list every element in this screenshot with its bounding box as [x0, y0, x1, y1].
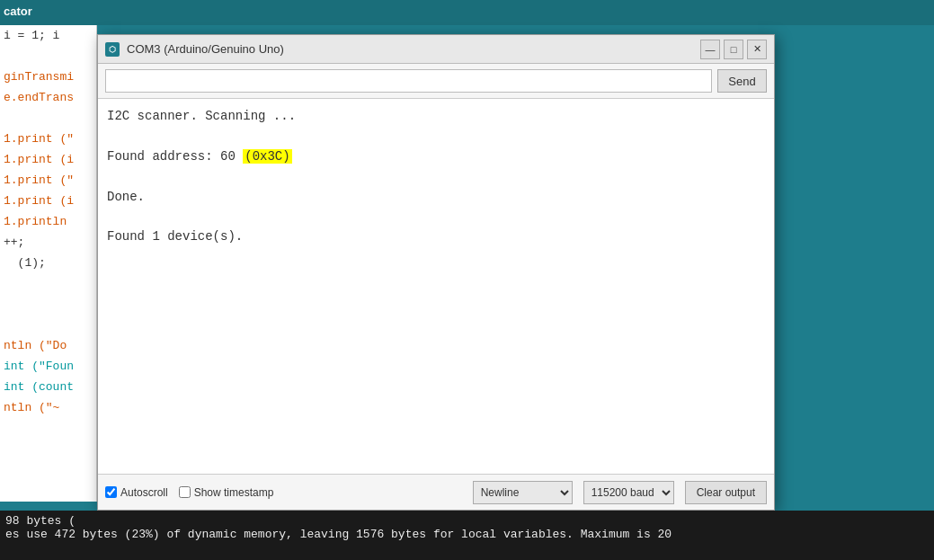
code-line: 1.print (": [0, 129, 96, 149]
ide-right-panel: [775, 25, 934, 502]
autoscroll-label[interactable]: Autoscroll: [105, 486, 168, 499]
autoscroll-checkbox[interactable]: [105, 486, 117, 498]
close-button[interactable]: ✕: [747, 40, 767, 59]
autoscroll-text: Autoscroll: [120, 486, 168, 499]
code-area: i = 1; i ginTransmi e.endTrans 1.print (…: [0, 25, 97, 502]
serial-title-left: ⬡ COM3 (Arduino/Genuino Uno): [105, 42, 284, 57]
serial-toolbar: Autoscroll Show timestamp No line ending…: [98, 474, 774, 510]
code-line: [0, 108, 96, 129]
code-line: [0, 273, 96, 294]
timestamp-checkbox[interactable]: [179, 486, 191, 498]
serial-monitor-window: ⬡ COM3 (Arduino/Genuino Uno) — □ ✕ Send …: [97, 34, 775, 511]
status-bar: 98 bytes ( es use 472 bytes (23%) of dyn…: [0, 511, 934, 560]
code-line: [0, 46, 96, 67]
code-line: (1);: [0, 253, 96, 273]
code-line: 1.println: [0, 211, 96, 232]
code-line: ntln ("~: [0, 397, 96, 418]
serial-monitor-icon: ⬡: [105, 42, 120, 57]
code-line: [0, 315, 96, 335]
minimize-button[interactable]: —: [700, 40, 720, 59]
newline-select[interactable]: No line ending Newline Carriage return B…: [473, 481, 573, 504]
code-line: [0, 294, 96, 315]
code-line: e.endTrans: [0, 87, 96, 108]
serial-input-row: Send: [98, 64, 774, 99]
code-line: 1.print (i: [0, 191, 96, 211]
code-line: ++;: [0, 232, 96, 253]
baud-select[interactable]: 300 1200 2400 4800 9600 19200 38400 5760…: [583, 481, 674, 504]
address-highlight: (0x3C): [243, 149, 291, 164]
status-line-2: es use 472 bytes (23%) of dynamic memory…: [5, 528, 929, 541]
output-line-1: I2C scanner. Scanning ...: [107, 106, 765, 126]
output-line-3: Done.: [107, 187, 765, 207]
serial-title-text: COM3 (Arduino/Genuino Uno): [127, 42, 284, 56]
code-line: 1.print (": [0, 170, 96, 191]
status-line-1: 98 bytes (: [5, 514, 929, 528]
code-line: ntln ("Do: [0, 335, 96, 356]
timestamp-text: Show timestamp: [194, 486, 274, 499]
timestamp-label[interactable]: Show timestamp: [179, 486, 274, 499]
code-line: i = 1; i: [0, 25, 96, 46]
ide-topbar-label: cator: [4, 4, 32, 18]
clear-output-button[interactable]: Clear output: [685, 481, 767, 504]
code-line: int (count: [0, 377, 96, 397]
window-controls: — □ ✕: [700, 40, 767, 59]
maximize-button[interactable]: □: [724, 40, 743, 59]
send-button[interactable]: Send: [717, 69, 767, 93]
serial-input[interactable]: [105, 69, 712, 93]
serial-output: I2C scanner. Scanning ... Found address:…: [98, 99, 774, 474]
output-line-2: Found address: 60 (0x3C): [107, 147, 765, 166]
output-line-4: Found 1 device(s).: [107, 227, 765, 246]
serial-titlebar: ⬡ COM3 (Arduino/Genuino Uno) — □ ✕: [98, 35, 774, 64]
code-line: ginTransmi: [0, 67, 96, 87]
ide-topbar: cator: [0, 0, 934, 25]
code-line: int ("Foun: [0, 356, 96, 377]
code-line: 1.print (i: [0, 149, 96, 170]
